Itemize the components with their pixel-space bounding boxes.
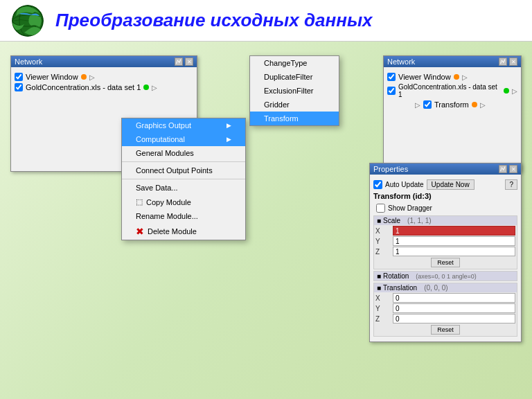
show-dragger-label: Show Dragger: [388, 204, 432, 212]
translation-section: ■ Translation (0, 0, 0) X Y Z Reset: [373, 283, 517, 337]
copy-icon: ⬚: [136, 197, 143, 206]
scale-x-input[interactable]: [393, 226, 515, 236]
pin-btn-right[interactable]: 🗲: [499, 57, 507, 66]
scale-y-input[interactable]: [393, 236, 515, 246]
network-title-left: Network: [15, 57, 42, 66]
network-title-right: Network: [387, 57, 415, 66]
scale-x-label: X: [375, 227, 393, 235]
network-titlebar-right: Network 🗲 ✕: [384, 56, 521, 67]
help-button[interactable]: ?: [505, 179, 517, 190]
close-btn-left[interactable]: ✕: [185, 57, 193, 66]
viewer-window-label-r: Viewer Window: [398, 73, 451, 81]
properties-title: Properties: [373, 165, 408, 173]
scale-x-row: X: [374, 226, 517, 236]
submenu-exclusion-filter[interactable]: ExclusionFilter: [250, 84, 339, 98]
menu-rename-module[interactable]: Rename Module...: [122, 209, 245, 223]
viewer-window-item: Viewer Window ▷: [15, 73, 193, 81]
viewer-window-checkbox[interactable]: [15, 73, 23, 81]
menu-sep-2: [122, 179, 245, 179]
rotation-section: ■ Rotation (axes=0, 0 1 angle=0): [373, 271, 517, 281]
context-menu: Graphics Output Computational General Mo…: [121, 118, 246, 240]
rotation-header: ■ Rotation (axes=0, 0 1 angle=0): [374, 272, 517, 281]
network-titlebar-left: Network 🗲 ✕: [11, 56, 197, 67]
trans-y-row: Y: [374, 303, 517, 313]
translation-value: (0, 0, 0): [424, 284, 447, 292]
properties-window: Properties 🗲 ✕ Auto Update Update Now ? …: [369, 163, 522, 342]
menu-copy-module[interactable]: ⬚ Copy Module: [122, 195, 245, 209]
scale-collapse-icon[interactable]: ■: [377, 217, 381, 224]
trans-z-input[interactable]: [393, 314, 515, 323]
header: Преобразование исходных данных: [0, 0, 532, 42]
menu-sep-1: [122, 161, 245, 162]
scale-y-row: Y: [374, 236, 517, 246]
close-btn-right[interactable]: ✕: [509, 57, 517, 66]
network-content-right: Viewer Window ▷ GoldConcentration.xls - …: [384, 67, 521, 171]
network-window-right: Network 🗲 ✕ Viewer Window ▷ GoldConcentr…: [383, 55, 522, 172]
gold-concentration-checkbox-r[interactable]: [387, 87, 396, 95]
scale-label: Scale: [383, 217, 400, 224]
submenu-duplicate-filter[interactable]: DuplicateFilter: [250, 70, 339, 84]
trans-z-label: Z: [375, 315, 393, 323]
trans-x-input[interactable]: [393, 293, 515, 303]
show-dragger-checkbox[interactable]: [376, 204, 385, 213]
gold-concentration-checkbox[interactable]: [15, 83, 23, 91]
titlebar-buttons-right: 🗲 ✕: [499, 57, 517, 66]
scale-z-row: Z: [374, 247, 517, 256]
transform-item-r: ▷ Transform ▷: [415, 100, 517, 109]
gold-concentration-label: GoldConcentration.xls - data set 1: [26, 83, 141, 91]
trans-x-label: X: [375, 294, 393, 302]
menu-computational[interactable]: Computational: [122, 132, 245, 146]
gold-concentration-item: GoldConcentration.xls - data set 1 ▷: [15, 83, 193, 91]
translation-collapse-icon[interactable]: ■: [377, 284, 381, 292]
menu-delete-module[interactable]: ✖ Delete Module: [122, 223, 245, 240]
submenu-change-type[interactable]: ChangeType: [250, 56, 339, 70]
menu-graphics-output[interactable]: Graphics Output: [122, 118, 245, 132]
properties-content: Auto Update Update Now ? Transform (id:3…: [370, 175, 521, 342]
auto-update-row: Auto Update Update Now ?: [373, 179, 517, 190]
trans-z-row: Z: [374, 314, 517, 323]
scale-section: ■ Scale (1, 1, 1) X Y Z Reset: [373, 215, 517, 269]
viewer-window-checkbox-r[interactable]: [387, 73, 396, 81]
main-content: Network 🗲 ✕ Viewer Window ▷ GoldConcentr…: [0, 42, 532, 399]
trans-reset-button[interactable]: Reset: [431, 325, 460, 335]
gold-dot-r: [504, 88, 509, 94]
update-now-button[interactable]: Update Now: [427, 179, 475, 190]
scale-reset-button[interactable]: Reset: [431, 258, 460, 267]
pin-btn-props[interactable]: 🗲: [499, 165, 507, 173]
submenu-gridder[interactable]: Gridder: [250, 98, 339, 112]
viewer-window-label: Viewer Window: [26, 73, 78, 81]
menu-connect-output[interactable]: Connect Output Points: [122, 163, 245, 177]
scale-z-input[interactable]: [393, 247, 515, 256]
auto-update-checkbox-wrap: Auto Update: [373, 180, 424, 189]
transform-id-title: Transform (id:3): [373, 192, 517, 200]
page-title: Преобразование исходных данных: [55, 10, 373, 31]
scale-header: ■ Scale (1, 1, 1): [374, 216, 517, 225]
close-btn-props[interactable]: ✕: [509, 165, 517, 173]
delete-icon: ✖: [136, 226, 144, 237]
transform-dot-r: [472, 102, 477, 107]
viewer-window-item-r: Viewer Window ▷: [387, 73, 517, 81]
menu-save-data[interactable]: Save Data...: [122, 181, 245, 195]
submenu-computational: ChangeType DuplicateFilter ExclusionFilt…: [249, 55, 339, 126]
pin-btn-left[interactable]: 🗲: [175, 57, 183, 66]
scale-y-label: Y: [375, 238, 393, 245]
rotation-value: (axes=0, 0 1 angle=0): [416, 273, 477, 280]
trans-y-label: Y: [375, 305, 393, 312]
trans-x-row: X: [374, 293, 517, 303]
scale-z-label: Z: [375, 248, 393, 256]
rotation-collapse-icon[interactable]: ■: [377, 272, 381, 280]
translation-label: Translation: [383, 284, 417, 292]
titlebar-buttons-left: 🗲 ✕: [175, 57, 193, 66]
gold-concentration-item-r: GoldConcentration.xls - data set 1 ▷: [387, 83, 517, 98]
trans-y-input[interactable]: [393, 303, 515, 313]
gold-concentration-label-r: GoldConcentration.xls - data set 1: [398, 83, 501, 98]
menu-general-modules[interactable]: General Modules: [122, 146, 245, 160]
show-dragger-row: Show Dragger: [373, 202, 517, 214]
properties-titlebar: Properties 🗲 ✕: [370, 163, 521, 175]
transform-checkbox-r[interactable]: [423, 100, 432, 109]
gold-dot: [143, 85, 149, 90]
transform-label-r: Transform: [434, 100, 469, 109]
scale-value: (1, 1, 1): [407, 217, 431, 224]
auto-update-checkbox[interactable]: [373, 180, 382, 189]
submenu-transform[interactable]: Transform: [250, 112, 339, 125]
